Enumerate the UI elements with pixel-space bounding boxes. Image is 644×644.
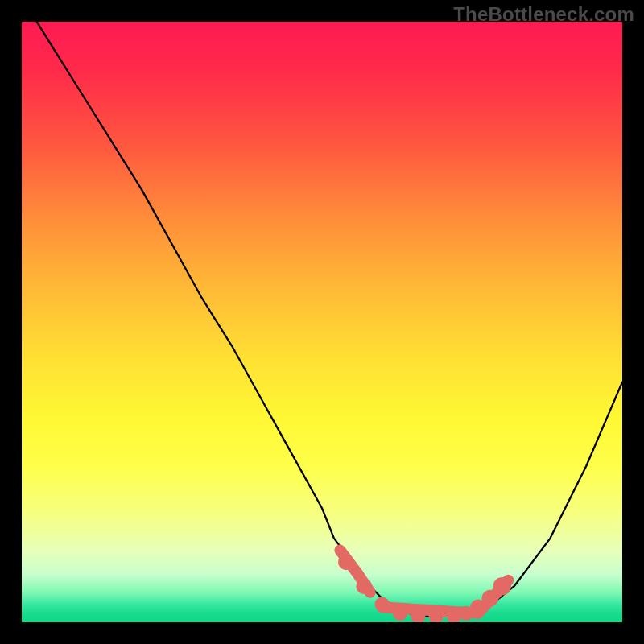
marker-dot	[393, 606, 407, 621]
plot-area	[22, 22, 622, 622]
marker-dot	[375, 597, 390, 612]
marker-dot	[338, 555, 354, 571]
bottleneck-curve	[22, 22, 622, 616]
marker-dot	[493, 577, 511, 595]
chart-frame: TheBottleneck.com	[0, 0, 644, 644]
watermark-text: TheBottleneck.com	[453, 3, 634, 26]
chart-svg	[22, 22, 622, 622]
marker-dot	[356, 578, 372, 594]
